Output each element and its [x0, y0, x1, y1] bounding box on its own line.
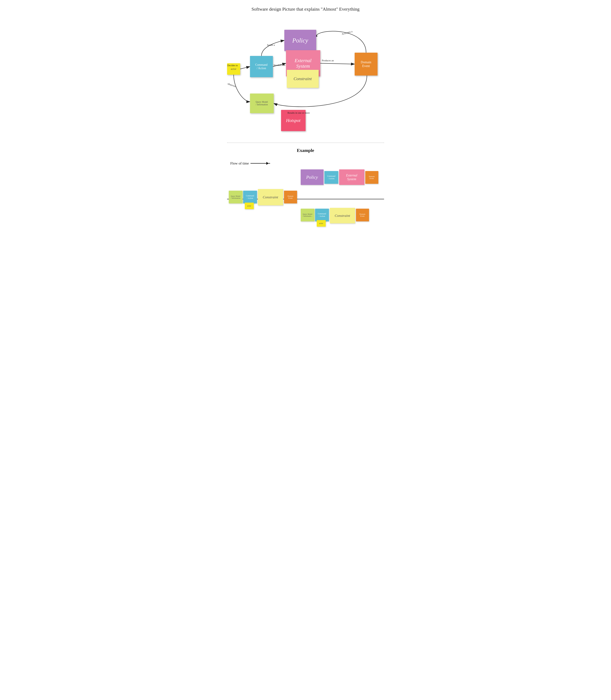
ex-domain-2: Domain Event [365, 171, 378, 184]
ex-actor1-label: actor [247, 205, 251, 207]
flow-text: Flow of time [230, 161, 249, 165]
actor-label: actor [231, 68, 236, 71]
query-model-label: Query Model / Information [256, 101, 268, 106]
domain-event-sticky: Domain Event [355, 53, 377, 76]
ex-command-2: Command / Action [324, 171, 338, 184]
constraint-sticky: Constraint [287, 70, 319, 88]
ex-query-model-2: Query Model / Informatio... [301, 209, 315, 221]
hotspot-label: Hotspot [286, 118, 300, 123]
policy-label: Policy [292, 37, 308, 44]
ex-constraint1-label: Constraint [263, 195, 278, 199]
example-section: Flow of time Query Model / Information C… [224, 156, 387, 232]
diagram-section: Policy Command / Action External System … [224, 15, 387, 143]
policy-sticky: Policy [284, 30, 316, 51]
ex-command-3: Command / Action [315, 209, 329, 221]
produces-an-label: Produces an [322, 59, 334, 62]
ex-actor-1: actor [245, 203, 254, 209]
ex-qm2-label: Query Model / Informatio... [302, 213, 312, 217]
external-label: External System [295, 58, 312, 69]
query-model-sticky: Query Model / Information [250, 93, 274, 113]
ex-constraint-1: Constraint [258, 189, 283, 205]
ex-domain-3: Domain Event [356, 209, 369, 221]
domain-event-label: Domain Event [361, 60, 371, 68]
ex-command-1: Command / Action [243, 191, 257, 204]
example-title: Example [224, 143, 387, 156]
ex-actor-2: actor [317, 220, 326, 227]
ex-constraint-2: Constraint [330, 208, 355, 223]
observes-label: observes [227, 83, 236, 88]
ex-cmd3-label: Command / Action [318, 212, 326, 218]
invoked-on-label: Invoked On [274, 64, 285, 66]
ex-cmd1-label: Command / Action [246, 195, 254, 199]
ex-domain-1: Domain Event [284, 191, 297, 204]
command-action-sticky: Command / Action [250, 56, 273, 77]
flow-label: Flow of time [230, 161, 270, 165]
ex-policy-label: Policy [306, 175, 318, 180]
decides-to-label: Decides to [227, 64, 238, 67]
ex-external-label: External System [346, 174, 357, 181]
ex-policy: Policy [301, 169, 324, 185]
results-in-label: Results in one or more [287, 111, 310, 114]
flow-arrow-icon [251, 162, 270, 165]
ex-domain3-label: Domain Event [359, 213, 365, 217]
ex-cmd2-label: Command / Action [327, 175, 336, 180]
ex-constraint2-label: Constraint [335, 213, 350, 218]
issues-a-label: Issues a [267, 44, 275, 46]
constraint-label: Constraint [294, 76, 312, 81]
ex-external-system: External System [339, 169, 364, 185]
activates-a-label: Activates a [341, 30, 353, 36]
ex-actor2-label: actor [319, 222, 323, 225]
ex-query-model-1: Query Model / Information [229, 191, 243, 204]
command-label: Command / Action [255, 63, 268, 70]
ex-domain2-label: Domain Event [369, 176, 375, 179]
page-title: Software design Picture that explains "A… [224, 0, 387, 15]
ex-qm1-label: Query Model / Information [231, 195, 240, 199]
ex-domain1-label: Domain Event [287, 195, 293, 199]
